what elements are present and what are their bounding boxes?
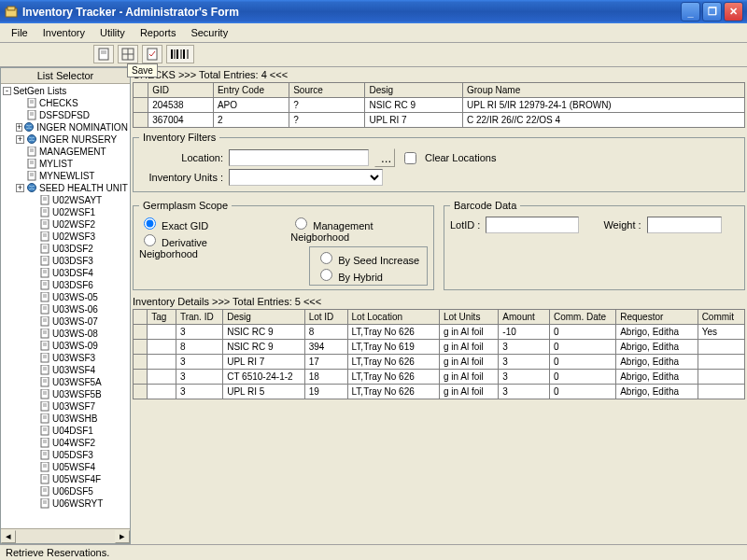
tree-item[interactable]: U02WSF1	[3, 206, 128, 218]
maximize-button[interactable]: ❐	[702, 2, 722, 21]
sidebar-scrollbar[interactable]: ◂ ▸	[1, 528, 130, 543]
expand-icon[interactable]: +	[16, 123, 22, 132]
tree-item[interactable]: U03WS-08	[3, 328, 128, 340]
tree-item[interactable]: U03WS-09	[3, 340, 128, 352]
column-header[interactable]: Lot ID	[304, 310, 347, 325]
tree-item[interactable]: MANAGEMENT	[3, 146, 128, 158]
table-row[interactable]: 3NSIC RC 98LT,Tray No 626g in Al foil-10…	[134, 325, 745, 340]
tree-item[interactable]: U04DSF1	[3, 425, 128, 437]
expand-icon[interactable]: +	[16, 135, 24, 144]
column-header[interactable]: GID	[148, 83, 214, 98]
lotid-input[interactable]	[486, 217, 579, 233]
deriv-radio[interactable]	[144, 234, 156, 246]
scroll-right-icon[interactable]: ▸	[115, 530, 130, 543]
browse-location-button[interactable]: ...	[374, 148, 395, 167]
mgmt-radio[interactable]	[295, 217, 307, 230]
column-header[interactable]: Desig	[365, 83, 463, 98]
tree-item[interactable]: U03DSF2	[3, 243, 128, 255]
menu-utility[interactable]: Utility	[92, 25, 133, 40]
toolbar-button-barcode[interactable]	[166, 45, 194, 63]
tree-item[interactable]: U05WSF4	[3, 461, 128, 473]
tree-item[interactable]: U06WSRYT	[3, 497, 128, 510]
page-icon	[97, 48, 110, 61]
units-select[interactable]	[229, 169, 383, 186]
menu-bar: FileInventoryUtilityReportsSecurity	[0, 23, 747, 43]
column-header[interactable]: Desig	[223, 310, 304, 325]
table-row[interactable]: 204538APO?NSIC RC 9UPL RI 5/IR 12979-24-…	[134, 98, 745, 113]
tree-item[interactable]: U02WSF3	[3, 231, 128, 243]
tree-item[interactable]: U03DSF3	[3, 255, 128, 267]
scroll-left-icon[interactable]: ◂	[1, 530, 16, 543]
tree-item[interactable]: U03WSHB	[3, 413, 128, 425]
document-icon	[39, 354, 50, 363]
table-row[interactable]: 3CT 6510-24-1-218LT,Tray No 626g in Al f…	[134, 370, 745, 385]
tree-item[interactable]: +INGER NURSERY	[3, 133, 128, 146]
seed-increase-radio[interactable]	[320, 252, 332, 264]
column-header[interactable]: Tag	[148, 310, 176, 325]
tree-item[interactable]: U05WSF4F	[3, 473, 128, 485]
hybrid-radio[interactable]	[320, 269, 332, 281]
column-header[interactable]: Group Name	[463, 83, 745, 98]
tree-item[interactable]: U05DSF3	[3, 449, 128, 461]
table-row[interactable]: 3UPL RI 717LT,Tray No 626g in Al foil30A…	[134, 355, 745, 370]
toolbar-button-3[interactable]	[142, 45, 162, 63]
column-header[interactable]: Entry Code	[213, 83, 289, 98]
tree-item[interactable]: U06DSF5	[3, 485, 128, 497]
document-icon	[39, 402, 50, 412]
menu-security[interactable]: Security	[183, 25, 235, 40]
tree-item[interactable]: U03WSF5B	[3, 388, 128, 400]
column-header[interactable]: Lot Location	[347, 310, 439, 325]
tree-item[interactable]: MYNEWLIST	[3, 170, 128, 182]
column-header[interactable]: Amount	[499, 310, 550, 325]
location-input[interactable]	[229, 149, 369, 166]
column-header[interactable]: Commit	[698, 310, 744, 325]
column-header[interactable]: Lot Units	[439, 310, 498, 325]
tree-item[interactable]: U03WSF4	[3, 364, 128, 376]
document-icon	[39, 427, 50, 436]
tree-item[interactable]: U03WS-06	[3, 303, 128, 315]
table-row[interactable]: 8NSIC RC 9394LT,Tray No 619g in Al foil3…	[134, 340, 745, 355]
details-table[interactable]: TagTran. IDDesigLot IDLot LocationLot Un…	[133, 309, 745, 399]
minimize-button[interactable]: _	[681, 2, 700, 21]
column-header[interactable]: Comm. Date	[550, 310, 616, 325]
tree-item[interactable]: U03WS-05	[3, 291, 128, 303]
column-header[interactable]: Requestor	[616, 310, 698, 325]
document-icon	[39, 487, 50, 497]
document-icon	[39, 281, 50, 290]
tree-item[interactable]: U03WSF3	[3, 352, 128, 364]
tree-item[interactable]: U02WSF2	[3, 218, 128, 231]
tree-item[interactable]: MYLIST	[3, 158, 128, 170]
menu-inventory[interactable]: Inventory	[35, 25, 92, 40]
tree-item-label: MYLIST	[39, 159, 73, 169]
tree-item[interactable]: U02WSAYT	[3, 194, 128, 206]
tree-item[interactable]: U03DSF4	[3, 267, 128, 279]
exact-gid-radio[interactable]	[144, 217, 156, 230]
tree-item[interactable]: U03WSF7	[3, 400, 128, 413]
tree-item[interactable]: U03WS-07	[3, 315, 128, 328]
clear-locations-checkbox[interactable]	[404, 152, 416, 164]
tree-item[interactable]: U03WSF5A	[3, 376, 128, 388]
table-row[interactable]: 3670042?UPL RI 7C 22/IR 26//C 22/OS 4	[134, 113, 745, 128]
table-cell	[698, 355, 744, 370]
menu-file[interactable]: File	[4, 25, 35, 40]
tree-item[interactable]: DSFSDFSD	[3, 109, 128, 121]
tree-root[interactable]: - SetGen Lists	[3, 86, 128, 96]
close-button[interactable]: ✕	[724, 2, 743, 21]
toolbar-button-1[interactable]	[93, 45, 114, 63]
table-cell: 3	[499, 370, 550, 385]
weight-input[interactable]	[647, 217, 722, 233]
expand-icon[interactable]: +	[16, 184, 24, 192]
tree-view[interactable]: - SetGen Lists CHECKSDSFSDFSD+INGER NOMI…	[1, 84, 130, 528]
column-header[interactable]: Source	[289, 83, 365, 98]
tree-item[interactable]: CHECKS	[3, 97, 128, 109]
tree-item[interactable]: +SEED HEALTH UNIT	[3, 182, 128, 194]
column-header[interactable]: Tran. ID	[176, 310, 222, 325]
tree-item[interactable]: +INGER NOMINATION LI	[3, 121, 128, 133]
table-row[interactable]: 3UPL RI 519LT,Tray No 626g in Al foil30A…	[134, 385, 745, 399]
tree-item[interactable]: U03DSF6	[3, 279, 128, 291]
tree-item[interactable]: U04WSF2	[3, 437, 128, 449]
toolbar-button-2[interactable]	[118, 45, 138, 63]
menu-reports[interactable]: Reports	[133, 25, 184, 40]
entries-table[interactable]: GIDEntry CodeSourceDesigGroup Name204538…	[133, 82, 745, 128]
collapse-icon[interactable]: -	[3, 87, 11, 95]
